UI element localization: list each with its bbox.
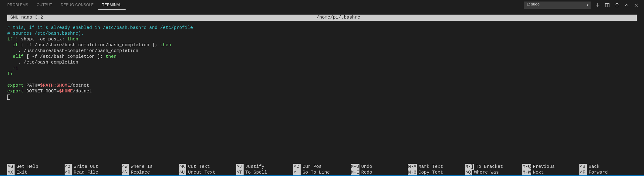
shortcut-label: Replace [129,170,150,175]
shortcut-label: Undo [359,164,372,170]
shortcut-cell: ^QWhere Was [465,170,522,175]
code-token: $PATH [40,83,54,88]
shortcut-key: ^F [579,170,587,175]
shortcut-key: ^G [7,164,15,170]
nano-title-bar: GNU nano 3.2 /home/pi/.bashrc [7,15,637,21]
shortcut-cell: ^_Go To Line [293,170,351,175]
shortcut-cell: ^WWhere Is [122,164,179,170]
shortcut-key: ^\ [122,170,129,175]
shortcut-label: Uncut Text [186,170,215,175]
shortcut-cell: ^GGet Help [7,164,65,170]
shortcut-key: ^X [7,170,15,175]
tab-debug-console[interactable]: DEBUG CONSOLE [56,0,98,10]
shortcut-label: Cur Pos [301,164,322,170]
shortcut-cell: ^BBack [579,164,637,170]
shortcut-key: M-E [351,170,359,175]
shortcut-key: M-U [351,164,359,170]
shortcut-label: Copy Text [417,170,443,175]
tab-output[interactable]: OUTPUT [32,0,56,10]
code-token: export [7,89,24,94]
code-token: PATH= [24,83,40,88]
new-terminal-button[interactable] [595,2,600,8]
shortcut-key: M-] [465,164,474,170]
nano-version: GNU nano 3.2 [10,15,43,21]
shortcut-key: M-A [408,164,416,170]
close-panel-button[interactable] [634,2,639,8]
tab-terminal[interactable]: TERMINAL [98,0,126,10]
shortcut-cell: M-]To Bracket [465,164,522,170]
shortcut-key: ^Q [465,170,472,175]
code-line: # this, if it's already enabled in /etc/… [7,25,193,30]
shortcut-cell: M-UUndo [351,164,408,170]
code-token: $HOME [59,89,73,94]
shortcut-key: ^C [293,164,301,170]
panel-tab-bar: PROBLEMS OUTPUT DEBUG CONSOLE TERMINAL 1… [0,0,644,10]
shortcut-label: Get Help [15,164,38,170]
code-token: ! shopt -oq posix; [13,37,67,42]
split-terminal-button[interactable] [605,2,610,8]
shortcut-label: Next [531,170,544,175]
shortcut-cell: ^OWrite Out [65,164,122,170]
code-token: if [7,37,13,42]
nano-shortcuts: ^GGet Help^OWrite Out^WWhere Is^KCut Tex… [7,164,637,175]
shortcut-cell: ^CCur Pos [293,164,351,170]
code-token: $HOME [56,83,70,88]
shortcut-key: M-W [522,170,531,175]
shortcut-key: ^_ [293,170,301,175]
terminal-selector[interactable]: 1: sudo ▾ [524,2,591,9]
code-line: . /etc/bash_completion [7,60,78,65]
shortcut-label: Justify [244,164,265,170]
terminal-controls: 1: sudo ▾ [524,2,641,9]
code-token: [ -f /usr/share/bash-completion/bash_com… [18,43,160,48]
shortcut-label: To Spell [244,170,267,175]
maximize-panel-button[interactable] [624,2,629,8]
shortcut-label: Cut Text [186,164,210,170]
code-line: fi [7,66,18,71]
nano-editor-content[interactable]: # this, if it's already enabled in /etc/… [7,21,637,100]
shortcut-key: ^B [579,164,587,170]
code-token: then [160,43,171,48]
shortcut-key: ^R [65,170,72,175]
code-token: then [106,54,116,59]
shortcut-key: ^J [236,164,244,170]
shortcut-label: Redo [359,170,372,175]
shortcut-cell: ^KCut Text [179,164,236,170]
code-token: elif [7,54,24,59]
shortcut-key: ^K [179,164,186,170]
shortcut-cell: ^JJustify [236,164,294,170]
nano-filepath: /home/pi/.bashrc [43,15,634,21]
shortcut-key: ^T [236,170,244,175]
shortcut-cell: M-QPrevious [522,164,580,170]
code-line: # sources /etc/bash.bashrc). [7,31,84,36]
shortcut-key: ^U [179,170,186,175]
shortcut-key: ^W [122,164,129,170]
shortcut-cell: M-AMark Text [408,164,465,170]
tab-problems[interactable]: PROBLEMS [3,0,32,10]
shortcut-row: ^XExit^RRead File^\Replace^UUncut Text^T… [7,170,637,175]
code-token: if [7,43,18,48]
code-token: then [67,37,78,42]
shortcut-label: Previous [531,164,555,170]
shortcut-label: Write Out [72,164,98,170]
shortcut-label: Where Was [472,170,499,175]
shortcut-label: To Bracket [474,164,503,170]
code-token: [ -f /etc/bash_completion ]; [24,54,106,59]
shortcut-label: Read File [72,170,98,175]
code-token: export [7,83,24,88]
text-cursor [7,95,10,100]
terminal-selector-label: 1: sudo [527,2,540,6]
terminal-content[interactable]: GNU nano 3.2 /home/pi/.bashrc # this, if… [0,10,644,175]
shortcut-cell: M-WNext [522,170,580,175]
shortcut-row: ^GGet Help^OWrite Out^WWhere Is^KCut Tex… [7,164,637,170]
kill-terminal-button[interactable] [614,2,620,8]
shortcut-key: M-Q [522,164,531,170]
shortcut-cell: ^UUncut Text [179,170,236,175]
code-line: fi [7,71,13,77]
code-token: : [54,83,56,88]
shortcut-cell: M-6Copy Text [408,170,465,175]
shortcut-label: Go To Line [301,170,330,175]
code-line: . /usr/share/bash-completion/bash_comple… [7,48,138,53]
shortcut-cell: ^RRead File [65,170,122,175]
shortcut-label: Back [587,164,599,170]
shortcut-cell: ^\Replace [122,170,179,175]
